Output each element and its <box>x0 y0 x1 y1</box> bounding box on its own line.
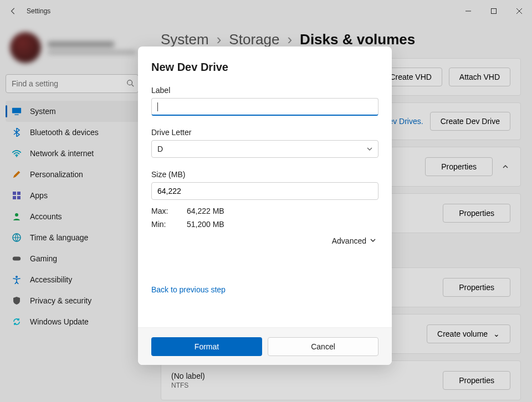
drive-letter-field: Drive Letter D <box>151 128 378 158</box>
label-input[interactable] <box>151 98 378 116</box>
label-field: Label <box>151 86 378 116</box>
chevron-down-icon <box>370 236 376 245</box>
size-label: Size (MB) <box>151 170 378 179</box>
cancel-button[interactable]: Cancel <box>268 337 378 356</box>
min-value: 51,200 MB <box>187 220 224 229</box>
drive-letter-select[interactable]: D <box>151 140 378 158</box>
settings-window: Settings <box>0 0 532 402</box>
size-field: Size (MB) <box>151 170 378 200</box>
size-input[interactable] <box>151 182 378 200</box>
max-label: Max: <box>151 207 176 215</box>
dialog-actions: Format Cancel <box>138 327 392 365</box>
min-label: Min: <box>151 220 176 229</box>
min-row: Min: 51,200 MB <box>151 220 378 229</box>
max-row: Max: 64,222 MB <box>151 207 378 215</box>
new-dev-drive-dialog: New Dev Drive Label Drive Letter D <box>138 47 392 365</box>
label-field-label: Label <box>151 86 378 95</box>
back-to-previous-link[interactable]: Back to previous step <box>151 285 226 294</box>
dialog-title: New Dev Drive <box>151 61 378 74</box>
max-value: 64,222 MB <box>187 207 224 215</box>
text-caret <box>157 102 158 111</box>
drive-letter-label: Drive Letter <box>151 128 378 137</box>
advanced-toggle[interactable]: Advanced <box>151 236 378 245</box>
format-button[interactable]: Format <box>151 337 262 356</box>
